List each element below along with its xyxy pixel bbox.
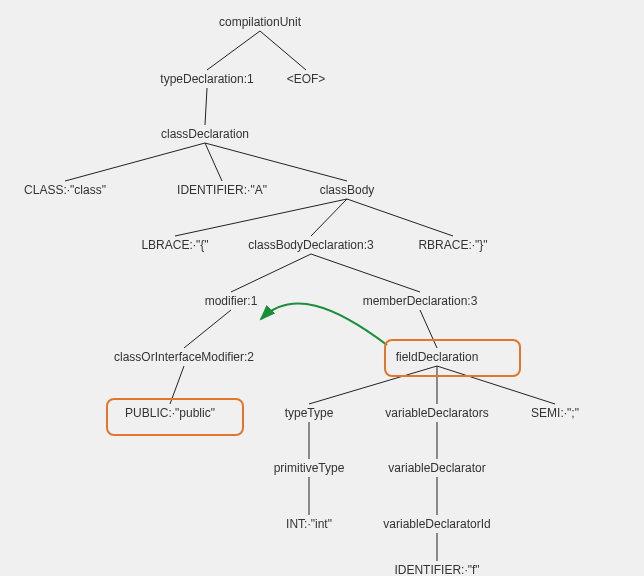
tree-node-n11: memberDeclaration:3: [362, 294, 479, 308]
tree-edge: [311, 254, 420, 292]
tree-node-n12: classOrInterfaceModifier:2: [113, 350, 255, 364]
tree-node-n1: typeDeclaration:1: [159, 72, 254, 86]
tree-edge: [205, 143, 222, 181]
tree-edge: [175, 199, 347, 236]
tree-node-n14: PUBLIC:·"public": [124, 406, 216, 420]
tree-node-n22: IDENTIFIER:·"f": [393, 563, 480, 576]
tree-node-n2: <EOF>: [286, 72, 327, 86]
tree-edge: [437, 366, 555, 404]
tree-edge: [65, 143, 205, 181]
green-arrow: [261, 303, 387, 345]
tree-node-n19: variableDeclarator: [387, 461, 486, 475]
tree-node-n0: compilationUnit: [218, 15, 302, 29]
tree-node-n4: CLASS:·"class": [23, 183, 107, 197]
tree-edge: [170, 366, 184, 404]
tree-node-n15: typeType: [284, 406, 335, 420]
tree-edge: [231, 254, 311, 292]
tree-node-n21: variableDeclaratorId: [382, 517, 491, 531]
tree-node-n10: modifier:1: [204, 294, 259, 308]
tree-edge: [184, 310, 231, 348]
tree-node-n9: RBRACE:·"}": [417, 238, 488, 252]
tree-node-n17: SEMI:·";": [530, 406, 580, 420]
tree-edge: [420, 310, 437, 348]
tree-edge: [347, 199, 453, 236]
tree-edge: [205, 143, 347, 181]
tree-node-n7: LBRACE:·"{": [140, 238, 209, 252]
tree-node-n8: classBodyDeclaration:3: [247, 238, 374, 252]
tree-edge: [260, 31, 306, 70]
tree-node-n13: fieldDeclaration: [395, 350, 480, 364]
tree-edge: [205, 88, 207, 125]
tree-node-n5: IDENTIFIER:·"A": [176, 183, 268, 197]
tree-node-n20: INT:·"int": [285, 517, 333, 531]
tree-edge: [309, 366, 437, 404]
tree-node-n6: classBody: [319, 183, 376, 197]
tree-node-n18: primitiveType: [273, 461, 346, 475]
parse-tree-canvas: compilationUnittypeDeclaration:1<EOF>cla…: [0, 0, 644, 576]
tree-node-n3: classDeclaration: [160, 127, 250, 141]
tree-node-n16: variableDeclarators: [384, 406, 489, 420]
tree-edge: [311, 199, 347, 236]
tree-edge: [207, 31, 260, 70]
tree-edges-svg: [0, 0, 644, 576]
